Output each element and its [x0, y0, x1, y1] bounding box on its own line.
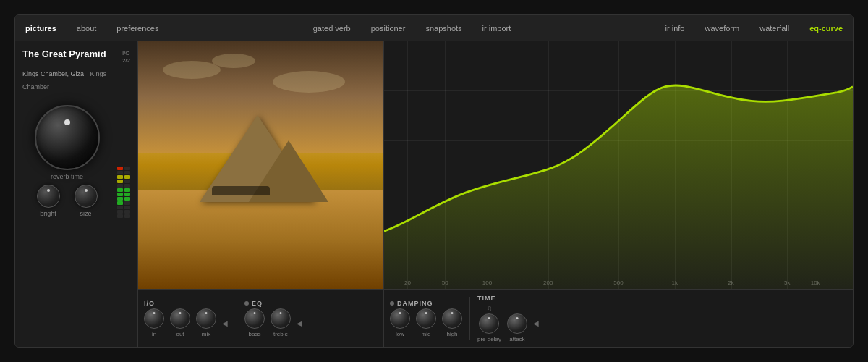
right-panel: 20 50 100 200 500 1k 2k 5k 10k: [384, 41, 853, 347]
low-label: low: [396, 331, 404, 337]
attack-knob[interactable]: [507, 313, 527, 334]
preset-name: The Great Pyramid: [22, 49, 106, 59]
vu-col-2: [124, 101, 130, 218]
preset-location: Kings Chamber, Giza: [22, 70, 84, 77]
eq-display: 20 50 100 200 500 1k 2k 5k 10k: [384, 41, 853, 289]
vu-seg: [124, 175, 130, 179]
attack-wrap: attack: [507, 313, 527, 342]
pyramid-image: [138, 41, 383, 289]
bright-wrap: bright: [37, 185, 60, 217]
vu-seg: [124, 193, 130, 196]
cloud-3: [212, 54, 255, 68]
eq-title-row: EQ: [244, 300, 304, 307]
damping-title-row: DAMPING: [390, 300, 462, 307]
small-knobs-row: bright size: [37, 185, 98, 217]
mid-knob[interactable]: [416, 308, 436, 329]
bass-wrap: bass: [244, 308, 265, 337]
io-section-label: I/O: [144, 300, 155, 307]
size-knob[interactable]: [75, 185, 98, 208]
main-area: The Great Pyramid I/O2/2 Kings Chamber, …: [15, 41, 853, 347]
bass-label: bass: [249, 331, 261, 337]
mix-knob[interactable]: [196, 308, 216, 329]
nav-ir-info[interactable]: ir info: [663, 22, 688, 34]
high-knob[interactable]: [442, 308, 462, 329]
size-label: size: [80, 210, 91, 217]
ground: [138, 190, 383, 289]
nav-preferences[interactable]: preferences: [114, 22, 161, 34]
plugin-container: pictures about preferences gated verb po…: [14, 14, 854, 348]
nav-gated-verb[interactable]: gated verb: [310, 22, 354, 34]
nav-pictures[interactable]: pictures: [22, 22, 59, 34]
damping-knobs: low mid high: [390, 308, 462, 337]
damping-section: DAMPING low mid high: [390, 300, 462, 337]
vu-seg: [117, 171, 123, 174]
center-panel: I/O in out mix: [138, 41, 384, 347]
vu-seg: [117, 206, 123, 209]
time-title-row: TIME: [477, 295, 540, 302]
vu-col-1: [117, 101, 123, 218]
nav-positioner[interactable]: positioner: [368, 22, 409, 34]
camels: [212, 186, 270, 195]
io-section: I/O in out mix: [144, 300, 229, 337]
eq-curve-fill: [384, 85, 853, 289]
vu-seg: [124, 171, 130, 174]
out-label: out: [176, 331, 184, 337]
vu-seg: [124, 167, 130, 170]
vu-seg: [124, 180, 130, 183]
vu-seg: [124, 214, 130, 218]
vu-seg: [117, 184, 123, 188]
treble-knob[interactable]: [271, 308, 291, 329]
damping-led: [390, 301, 394, 306]
vu-seg: [124, 206, 130, 209]
eq-arrow[interactable]: ◀: [297, 319, 304, 327]
low-knob[interactable]: [390, 308, 410, 329]
damping-section-label: DAMPING: [397, 300, 433, 307]
bottom-controls-center: I/O in out mix: [138, 289, 383, 347]
pre-delay-icon: ♫: [484, 303, 494, 313]
left-main-content: reverb time bright size: [22, 98, 130, 340]
vu-seg: [124, 188, 130, 192]
nav-eq-curve[interactable]: eq-curve: [807, 22, 846, 34]
eq-knobs: bass treble ◀: [244, 308, 304, 337]
io-title-row: I/O: [144, 300, 229, 307]
reverb-time-label: reverb time: [51, 173, 83, 180]
divider-2: [469, 297, 470, 340]
vu-seg: [124, 197, 130, 201]
time-section-label: TIME: [477, 295, 496, 302]
vu-seg: [124, 184, 130, 188]
nav-waveform[interactable]: waveform: [702, 22, 743, 34]
mix-wrap: mix: [196, 308, 216, 337]
pre-delay-knob[interactable]: [479, 313, 499, 334]
out-wrap: out: [170, 308, 190, 337]
eq-led: [244, 301, 249, 306]
pre-delay-label: pre delay: [477, 336, 501, 342]
mid-label: mid: [422, 331, 431, 337]
nav-waterfall[interactable]: waterfall: [757, 22, 792, 34]
in-label: in: [152, 331, 156, 337]
bass-knob[interactable]: [244, 308, 265, 329]
nav-about[interactable]: about: [74, 22, 100, 34]
pre-delay-wrap: ♫ pre delay: [477, 303, 501, 342]
bright-label: bright: [40, 210, 56, 217]
io-label: I/O2/2: [122, 50, 130, 64]
left-panel: The Great Pyramid I/O2/2 Kings Chamber, …: [15, 41, 138, 347]
bright-knob[interactable]: [37, 185, 60, 208]
out-knob[interactable]: [170, 308, 190, 329]
nav-snapshots[interactable]: snapshots: [422, 22, 464, 34]
vu-seg: [117, 188, 123, 192]
io-arrow[interactable]: ◀: [222, 319, 229, 327]
in-knob[interactable]: [144, 308, 164, 329]
vu-seg: [117, 180, 123, 183]
reverb-time-knob[interactable]: [35, 105, 100, 170]
time-arrow[interactable]: ◀: [533, 319, 540, 327]
treble-label: treble: [273, 331, 288, 337]
vu-seg: [117, 201, 123, 205]
vu-seg: [124, 201, 130, 205]
cloud-2: [273, 71, 345, 93]
vu-meters: [117, 98, 130, 221]
nav-ir-import[interactable]: ir import: [480, 22, 514, 34]
treble-wrap: treble: [271, 308, 291, 337]
vu-seg: [124, 210, 130, 214]
size-wrap: size: [75, 185, 98, 217]
high-label: high: [446, 331, 457, 337]
